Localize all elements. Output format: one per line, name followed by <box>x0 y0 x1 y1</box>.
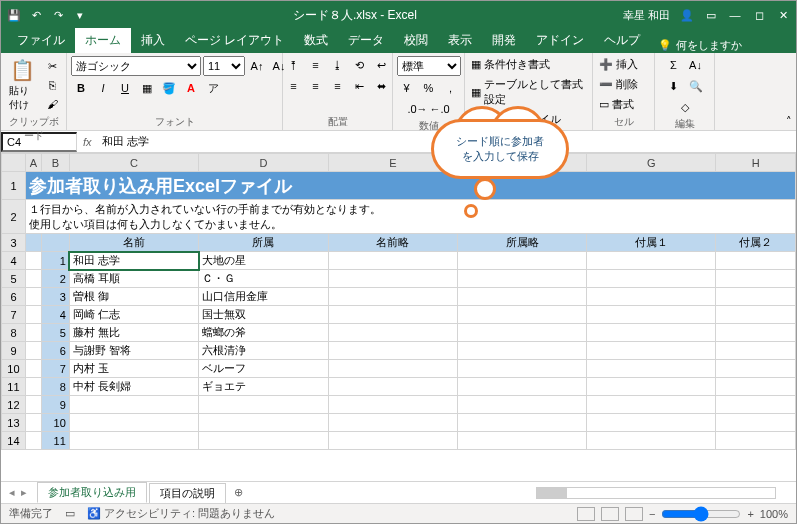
fx-icon[interactable]: fx <box>77 136 98 148</box>
data-cell[interactable] <box>716 306 796 324</box>
data-cell[interactable]: 山口信用金庫 <box>199 288 328 306</box>
data-cell[interactable] <box>328 288 457 306</box>
data-cell[interactable]: 7 <box>41 360 69 378</box>
data-cell[interactable] <box>587 414 716 432</box>
data-cell[interactable] <box>328 432 457 450</box>
collapse-ribbon-button[interactable]: ˄ <box>786 115 792 128</box>
font-name-combo[interactable]: 游ゴシック <box>71 56 201 76</box>
col-header[interactable]: H <box>716 154 796 172</box>
format-cells-button[interactable]: ▭書式 <box>597 96 636 113</box>
col-header[interactable]: D <box>199 154 328 172</box>
data-cell[interactable] <box>25 252 41 270</box>
data-cell[interactable]: 2 <box>41 270 69 288</box>
font-color-button[interactable]: A <box>181 79 201 97</box>
data-cell[interactable] <box>69 396 198 414</box>
data-cell[interactable] <box>25 432 41 450</box>
data-cell[interactable] <box>587 342 716 360</box>
add-sheet-button[interactable]: ⊕ <box>228 484 249 501</box>
sheet-tab-1[interactable]: 参加者取り込み用 <box>37 482 147 503</box>
currency-button[interactable]: ¥ <box>397 79 417 97</box>
header-cell[interactable] <box>25 234 41 252</box>
increase-decimal-button[interactable]: .0→ <box>408 100 428 118</box>
data-cell[interactable] <box>328 396 457 414</box>
zoom-out-button[interactable]: − <box>649 508 655 520</box>
zoom-level[interactable]: 100% <box>760 508 788 520</box>
col-header[interactable]: B <box>41 154 69 172</box>
data-cell[interactable] <box>328 378 457 396</box>
row-header[interactable]: 5 <box>2 270 26 288</box>
data-cell[interactable]: 中村 長剣婦 <box>69 378 198 396</box>
col-header[interactable] <box>2 154 26 172</box>
row-header[interactable]: 6 <box>2 288 26 306</box>
sheet-tab-2[interactable]: 項目の説明 <box>149 483 226 503</box>
data-cell[interactable]: ベルーフ <box>199 360 328 378</box>
data-cell[interactable] <box>199 432 328 450</box>
data-cell[interactable]: 和田 志学 <box>69 252 198 270</box>
tell-me-search[interactable]: 💡 何をしますか <box>658 38 742 53</box>
fill-color-button[interactable]: 🪣 <box>159 79 179 97</box>
data-cell[interactable]: 11 <box>41 432 69 450</box>
redo-icon[interactable]: ↷ <box>51 8 65 22</box>
data-cell[interactable]: 5 <box>41 324 69 342</box>
data-cell[interactable] <box>587 432 716 450</box>
data-cell[interactable] <box>457 252 586 270</box>
align-left-button[interactable]: ≡ <box>284 77 304 95</box>
page-break-view-button[interactable] <box>625 507 643 521</box>
data-cell[interactable]: 高橋 耳順 <box>69 270 198 288</box>
data-cell[interactable]: 大地の星 <box>199 252 328 270</box>
align-center-button[interactable]: ≡ <box>306 77 326 95</box>
normal-view-button[interactable] <box>577 507 595 521</box>
accessibility-status[interactable]: ♿ アクセシビリティ: 問題ありません <box>87 506 275 521</box>
indent-dec-button[interactable]: ⇤ <box>350 77 370 95</box>
decrease-decimal-button[interactable]: ←.0 <box>430 100 450 118</box>
row-header[interactable]: 14 <box>2 432 26 450</box>
minimize-icon[interactable]: — <box>728 8 742 22</box>
row-header[interactable]: 8 <box>2 324 26 342</box>
data-cell[interactable] <box>457 324 586 342</box>
data-cell[interactable] <box>716 270 796 288</box>
data-cell[interactable]: 1 <box>41 252 69 270</box>
insert-cells-button[interactable]: ➕挿入 <box>597 56 640 73</box>
data-cell[interactable] <box>457 432 586 450</box>
maximize-icon[interactable]: ◻ <box>752 8 766 22</box>
zoom-slider[interactable] <box>661 506 741 522</box>
note-cell[interactable]: １行目から、名前が入力されていない行の手前までが有効となります。使用しない項目は… <box>25 200 795 234</box>
format-painter-button[interactable]: 🖌 <box>42 95 62 113</box>
header-cell[interactable]: 所属 <box>199 234 328 252</box>
data-cell[interactable] <box>587 306 716 324</box>
data-cell[interactable] <box>69 432 198 450</box>
data-cell[interactable] <box>457 288 586 306</box>
ribbon-display-icon[interactable]: ▭ <box>704 8 718 22</box>
tab-addin[interactable]: アドイン <box>526 28 594 53</box>
data-cell[interactable] <box>25 306 41 324</box>
delete-cells-button[interactable]: ➖削除 <box>597 76 640 93</box>
data-cell[interactable] <box>457 306 586 324</box>
data-cell[interactable] <box>69 414 198 432</box>
row-header[interactable]: 12 <box>2 396 26 414</box>
autosum-button[interactable]: Σ <box>664 56 684 74</box>
header-cell[interactable]: 付属２ <box>716 234 796 252</box>
increase-font-button[interactable]: A↑ <box>247 57 267 75</box>
percent-button[interactable]: % <box>419 79 439 97</box>
data-cell[interactable] <box>457 378 586 396</box>
row-header[interactable]: 9 <box>2 342 26 360</box>
data-cell[interactable] <box>716 288 796 306</box>
data-cell[interactable]: 4 <box>41 306 69 324</box>
row-header[interactable]: 1 <box>2 172 26 200</box>
data-cell[interactable]: 内村 玉 <box>69 360 198 378</box>
data-cell[interactable] <box>716 252 796 270</box>
data-cell[interactable] <box>587 324 716 342</box>
tab-home[interactable]: ホーム <box>75 28 131 53</box>
phonetic-button[interactable]: ア <box>203 79 223 97</box>
worksheet-grid[interactable]: ABCDEFGH1参加者取り込み用Excelファイル2１行目から、名前が入力され… <box>1 153 796 481</box>
data-cell[interactable] <box>328 414 457 432</box>
sheet-nav-first-icon[interactable]: ◂ <box>9 486 15 499</box>
font-size-combo[interactable]: 11 <box>203 56 245 76</box>
tab-layout[interactable]: ページ レイアウト <box>175 28 294 53</box>
data-cell[interactable] <box>25 360 41 378</box>
data-cell[interactable] <box>716 342 796 360</box>
header-cell[interactable]: 所属略 <box>457 234 586 252</box>
bold-button[interactable]: B <box>71 79 91 97</box>
data-cell[interactable]: 6 <box>41 342 69 360</box>
row-header[interactable]: 4 <box>2 252 26 270</box>
